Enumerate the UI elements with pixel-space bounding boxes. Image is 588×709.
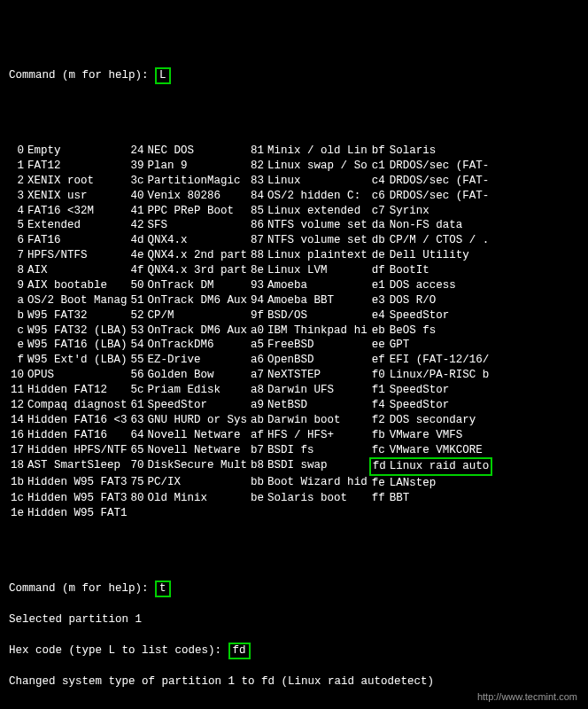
type-name: EFI (FAT-12/16/ (388, 353, 492, 368)
type-code: 11 (9, 383, 26, 398)
type-name: W95 FAT32 (26, 308, 129, 323)
type-name: Minix / old Lin (266, 144, 370, 159)
type-name: CP/M (146, 308, 250, 323)
type-code: 80 (129, 491, 146, 506)
type-code: 4e (129, 248, 146, 263)
type-code: 86 (249, 218, 266, 233)
type-name: AIX bootable (26, 278, 129, 293)
type-code: a6 (249, 353, 266, 368)
type-code: e1 (370, 278, 388, 293)
type-name: Extended (26, 218, 129, 233)
type-name: Venix 80286 (146, 189, 250, 204)
type-code: e (9, 338, 26, 353)
type-name: OpenBSD (266, 353, 370, 368)
type-code: 83 (249, 174, 266, 189)
type-code: 41 (129, 204, 146, 219)
type-name: Non-FS data (388, 218, 492, 233)
type-code: ab (249, 413, 266, 428)
type-code: 75 (129, 475, 146, 491)
type-name: SpeedStor (388, 383, 492, 398)
type-code: 88 (249, 248, 266, 263)
type-code: f4 (370, 398, 388, 413)
type-name: BSD/OS (266, 308, 370, 323)
type-name: NTFS volume set (266, 233, 370, 248)
type-code: e4 (370, 308, 388, 323)
type-name: FreeBSD (266, 338, 370, 353)
type-code: fd (370, 458, 388, 475)
type-code: a (9, 293, 26, 308)
type-code: a9 (249, 398, 266, 413)
type-name: SpeedStor (146, 398, 250, 413)
type-name: DOS R/O (388, 293, 492, 308)
type-name: DOS secondary (388, 413, 492, 428)
type-code: 85 (249, 204, 266, 219)
type-name: NEC DOS (146, 144, 250, 159)
type-code: 4d (129, 233, 146, 248)
type-name: EZ-Drive (146, 353, 250, 368)
type-name: Boot Wizard hid (266, 475, 370, 491)
type-code: 4f (129, 263, 146, 278)
type-name (146, 506, 250, 521)
type-code: 63 (129, 413, 146, 428)
type-name: VMware VMFS (388, 428, 492, 443)
type-code: b (9, 308, 26, 323)
type-name: Priam Edisk (146, 383, 250, 398)
type-code: be (249, 491, 266, 506)
type-code: de (370, 248, 388, 263)
type-code: 82 (249, 159, 266, 174)
type-code: 4 (9, 204, 26, 219)
type-code: 9 (9, 278, 26, 293)
type-name: Hidden FAT12 (26, 383, 129, 398)
type-name: DOS access (388, 278, 492, 293)
cmd-prompt-2: Command (m for help): t (9, 580, 579, 597)
type-code: 55 (129, 353, 146, 368)
type-name: AIX (26, 263, 129, 278)
type-name: Linux swap / So (266, 159, 370, 174)
type-code: 5c (129, 383, 146, 398)
changed-msg: Changed system type of partition 1 to fd… (9, 674, 579, 690)
type-code: 65 (129, 443, 146, 459)
type-name: QNX4.x 3rd part (146, 263, 250, 278)
type-code: 0 (9, 144, 26, 159)
type-code: 84 (249, 189, 266, 204)
type-name: Plan 9 (146, 159, 250, 174)
input-t: t (155, 580, 171, 597)
type-name: W95 FAT16 (LBA) (26, 338, 129, 353)
type-code: eb (370, 323, 388, 339)
type-code: 6 (9, 233, 26, 248)
input-L: L (155, 67, 171, 84)
type-code: e3 (370, 293, 388, 308)
type-name: Hidden W95 FAT3 (26, 475, 129, 491)
type-name: Amoeba (266, 278, 370, 293)
type-name: Linux extended (266, 204, 370, 219)
type-name: QNX4.x 2nd part (146, 248, 250, 263)
type-code (370, 506, 388, 521)
type-name: HFS / HFS+ (266, 428, 370, 443)
type-name: DRDOS/sec (FAT- (388, 159, 492, 174)
type-name: SpeedStor (388, 398, 492, 413)
type-name: OnTrack DM (146, 278, 250, 293)
type-name: Empty (26, 144, 129, 159)
type-code: 7 (9, 248, 26, 263)
type-name: QNX4.x (146, 233, 250, 248)
type-code: 50 (129, 278, 146, 293)
type-name: XENIX root (26, 174, 129, 189)
type-code: af (249, 428, 266, 443)
type-code: f1 (370, 383, 388, 398)
type-name: CP/M / CTOS / . (388, 233, 492, 248)
type-name: OPUS (26, 368, 129, 383)
type-code: 2 (9, 174, 26, 189)
type-name: BeOS fs (388, 323, 492, 339)
type-name: SFS (146, 218, 250, 233)
type-code: 8 (9, 263, 26, 278)
type-name: Solaris boot (266, 491, 370, 506)
type-name: XENIX usr (26, 189, 129, 204)
type-code: c (9, 323, 26, 339)
type-name: PartitionMagic (146, 174, 250, 189)
type-code: 5 (9, 218, 26, 233)
cmd-prompt-1: Command (m for help): L (9, 67, 579, 84)
type-code: 8e (249, 263, 266, 278)
type-name: Hidden W95 FAT1 (26, 506, 129, 521)
type-code: c7 (370, 204, 388, 219)
type-code: 53 (129, 323, 146, 339)
